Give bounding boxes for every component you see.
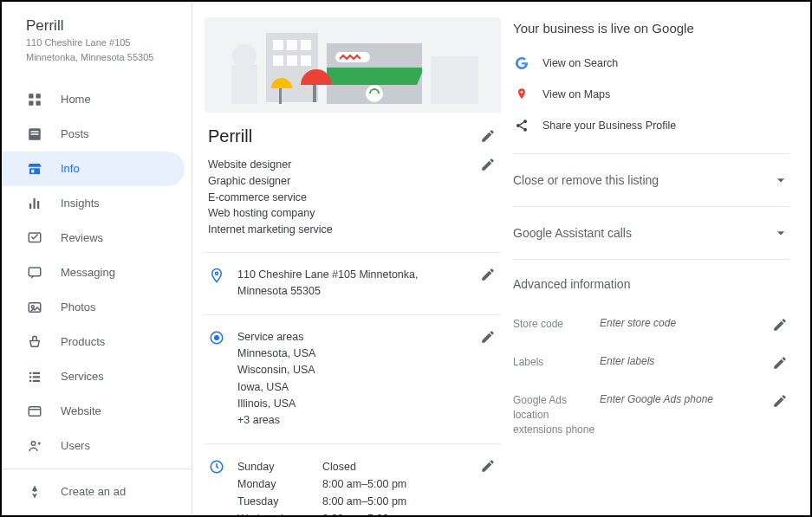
nav-label: Home — [61, 93, 91, 106]
adv-label: Labels — [513, 355, 600, 370]
category: Web hosting company — [208, 205, 333, 222]
hours-val: 8:00 am–5:00 pm — [322, 493, 468, 510]
google-icon — [513, 55, 530, 72]
sidebar-header: Perrill 110 Cheshire Lane #105 Minnetonk… — [2, 17, 192, 77]
edit-ads-phone-button[interactable] — [772, 393, 789, 410]
nav-add-location[interactable]: Add new location — [2, 509, 185, 515]
banner-illustration — [205, 17, 501, 113]
category: Website designer — [208, 157, 333, 173]
view-on-maps[interactable]: View on Maps — [513, 79, 789, 110]
svg-rect-8 — [34, 198, 36, 209]
messaging-icon — [26, 264, 43, 281]
nav-info[interactable]: Info — [2, 152, 185, 186]
svg-rect-14 — [29, 372, 31, 374]
nav-users[interactable]: Users — [2, 429, 185, 463]
nav-services[interactable]: Services — [2, 359, 185, 394]
svg-rect-41 — [231, 65, 257, 104]
svg-rect-9 — [37, 201, 39, 209]
right-panel: Your business is live on Google View on … — [513, 2, 810, 515]
edit-service-areas-button[interactable] — [480, 329, 497, 346]
sidebar: Perrill 110 Cheshire Lane #105 Minnetonk… — [2, 2, 192, 515]
nav-messaging[interactable]: Messaging — [2, 255, 185, 290]
nav-photos[interactable]: Photos — [2, 290, 185, 325]
assistant-calls[interactable]: Google Assistant calls — [513, 206, 789, 259]
nav-label: Website — [61, 404, 101, 417]
nav-posts[interactable]: Posts — [2, 117, 185, 152]
chevron-down-icon — [772, 171, 789, 189]
edit-address-button[interactable] — [480, 267, 497, 284]
svg-point-51 — [523, 128, 527, 132]
svg-point-44 — [216, 272, 218, 275]
svg-rect-39 — [313, 85, 316, 102]
hours-val: 8:00 am–5:00 pm — [322, 510, 468, 515]
svg-point-46 — [215, 335, 219, 339]
hours: SundayClosed Monday8:00 am–5:00 pm Tuesd… — [237, 458, 468, 515]
location-pin-icon — [208, 267, 225, 284]
users-icon — [26, 437, 43, 455]
adv-store-code: Store code Enter store code — [513, 307, 789, 345]
nav-label: Create an ad — [61, 485, 126, 498]
nav-reviews[interactable]: Reviews — [2, 221, 185, 255]
svg-rect-36 — [327, 68, 422, 73]
nav-create-ad[interactable]: Create an ad — [2, 475, 185, 509]
edit-name-button[interactable] — [480, 128, 497, 145]
view-on-search[interactable]: View on Search — [513, 48, 789, 79]
svg-rect-33 — [287, 55, 297, 66]
advanced-info: Advanced information Store code Enter st… — [513, 259, 789, 447]
svg-rect-40 — [279, 88, 282, 104]
svg-rect-16 — [29, 376, 31, 378]
adv-label: Store code — [513, 317, 600, 332]
edit-labels-button[interactable] — [772, 355, 789, 372]
edit-hours-button[interactable] — [480, 458, 497, 475]
category: Internet marketing service — [208, 222, 333, 238]
svg-point-21 — [31, 442, 36, 446]
list-icon — [26, 368, 43, 385]
svg-rect-11 — [29, 268, 41, 276]
svg-rect-30 — [287, 40, 297, 50]
chevron-down-icon — [772, 224, 789, 242]
category: Graphic designer — [208, 173, 333, 190]
svg-rect-32 — [273, 55, 283, 66]
svg-point-13 — [31, 306, 34, 308]
service-areas-label: Service areas — [237, 329, 468, 346]
svg-rect-17 — [33, 376, 40, 378]
svg-rect-7 — [29, 204, 31, 209]
business-address-line2: Minnetonka, Minnesota 55305 — [26, 51, 176, 64]
nav-label: Reviews — [61, 231, 103, 244]
nav-label: Info — [61, 162, 80, 175]
service-areas: Service areas Minnesota, USA Wisconsin, … — [237, 329, 468, 430]
share-profile[interactable]: Share your Business Profile — [513, 110, 789, 141]
svg-rect-15 — [33, 372, 40, 374]
nav-products[interactable]: Products — [2, 325, 185, 359]
svg-rect-5 — [31, 131, 39, 132]
adv-labels: Labels Enter labels — [513, 345, 789, 383]
hours-day: Monday — [237, 475, 307, 493]
categories: Website designer Graphic designer E-comm… — [208, 157, 333, 238]
maps-pin-icon — [513, 86, 530, 103]
svg-rect-43 — [431, 56, 478, 104]
nav-label: Insights — [61, 197, 100, 210]
adv-label: Google Ads location extensions phone — [513, 393, 600, 436]
svg-rect-19 — [33, 380, 40, 382]
nav-home[interactable]: Home — [2, 82, 185, 117]
nav-website[interactable]: Website — [2, 394, 185, 429]
nav-label: Posts — [61, 127, 89, 140]
svg-rect-20 — [29, 407, 41, 417]
close-remove-listing[interactable]: Close or remove this listing — [513, 153, 789, 206]
edit-store-code-button[interactable] — [772, 317, 789, 334]
edit-categories-button[interactable] — [480, 157, 497, 174]
storefront-icon — [26, 160, 43, 178]
collapse-label: Close or remove this listing — [513, 173, 659, 187]
nav-label: Products — [61, 335, 105, 348]
business-title: Perrill — [208, 126, 252, 146]
share-icon — [513, 117, 530, 134]
nav-label: Users — [61, 439, 90, 452]
svg-point-42 — [232, 44, 257, 68]
service-area: Iowa, USA — [237, 379, 468, 396]
hours-val: Closed — [322, 458, 468, 475]
action-label: View on Search — [542, 57, 618, 69]
nav-label: Services — [61, 370, 104, 383]
dashboard-icon — [26, 91, 43, 108]
nav-insights[interactable]: Insights — [2, 186, 185, 221]
hours-day: Wednesday — [237, 510, 307, 515]
